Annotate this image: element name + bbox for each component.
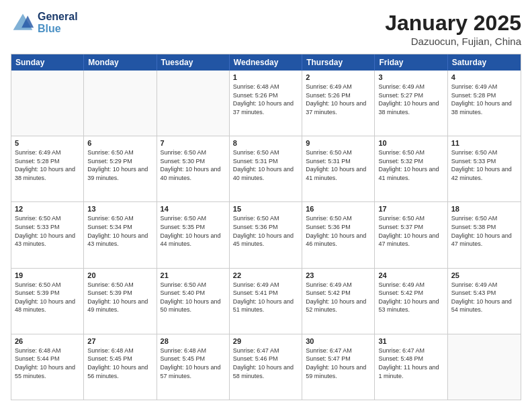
day-info: Sunrise: 6:50 AM Sunset: 5:37 PM Dayligh… — [378, 214, 443, 248]
day-info: Sunrise: 6:50 AM Sunset: 5:30 PM Dayligh… — [161, 148, 226, 182]
day-info: Sunrise: 6:48 AM Sunset: 5:26 PM Dayligh… — [233, 83, 298, 116]
day-number: 31 — [378, 337, 443, 345]
day-number: 28 — [161, 337, 226, 345]
cell-w2-d2: 6Sunrise: 6:50 AM Sunset: 5:29 PM Daylig… — [84, 136, 157, 201]
day-number: 29 — [233, 337, 298, 345]
day-info: Sunrise: 6:50 AM Sunset: 5:38 PM Dayligh… — [451, 214, 517, 248]
cell-w1-d2 — [84, 71, 157, 136]
day-info: Sunrise: 6:47 AM Sunset: 5:48 PM Dayligh… — [378, 347, 443, 380]
day-info: Sunrise: 6:50 AM Sunset: 5:33 PM Dayligh… — [451, 148, 517, 182]
day-number: 9 — [306, 139, 371, 147]
cell-w3-d6: 17Sunrise: 6:50 AM Sunset: 5:37 PM Dayli… — [375, 202, 447, 267]
day-info: Sunrise: 6:48 AM Sunset: 5:45 PM Dayligh… — [161, 347, 226, 380]
day-number: 17 — [378, 205, 443, 213]
cell-w5-d3: 28Sunrise: 6:48 AM Sunset: 5:45 PM Dayli… — [157, 334, 230, 400]
header-tuesday: Tuesday — [157, 54, 230, 71]
cell-w3-d7: 18Sunrise: 6:50 AM Sunset: 5:38 PM Dayli… — [448, 202, 521, 267]
cell-w3-d4: 15Sunrise: 6:50 AM Sunset: 5:36 PM Dayli… — [230, 202, 302, 267]
day-number: 21 — [161, 271, 226, 279]
day-number: 25 — [451, 271, 517, 279]
cell-w1-d7: 4Sunrise: 6:49 AM Sunset: 5:28 PM Daylig… — [448, 71, 521, 136]
day-number: 26 — [15, 337, 80, 345]
cell-w1-d6: 3Sunrise: 6:49 AM Sunset: 5:27 PM Daylig… — [375, 71, 447, 136]
day-info: Sunrise: 6:48 AM Sunset: 5:45 PM Dayligh… — [87, 347, 152, 380]
day-info: Sunrise: 6:50 AM Sunset: 5:29 PM Dayligh… — [87, 148, 152, 182]
day-info: Sunrise: 6:50 AM Sunset: 5:39 PM Dayligh… — [15, 281, 80, 314]
header: General Blue January 2025 Dazuocun, Fuji… — [11, 11, 521, 47]
day-info: Sunrise: 6:49 AM Sunset: 5:43 PM Dayligh… — [451, 281, 517, 314]
day-info: Sunrise: 6:50 AM Sunset: 5:39 PM Dayligh… — [87, 281, 152, 314]
cell-w4-d2: 20Sunrise: 6:50 AM Sunset: 5:39 PM Dayli… — [84, 269, 157, 334]
day-number: 8 — [233, 139, 298, 147]
cell-w5-d7 — [448, 334, 521, 400]
day-number: 27 — [87, 337, 152, 345]
day-info: Sunrise: 6:50 AM Sunset: 5:31 PM Dayligh… — [306, 148, 371, 182]
day-number: 22 — [233, 271, 298, 279]
day-info: Sunrise: 6:50 AM Sunset: 5:33 PM Dayligh… — [15, 214, 80, 248]
week-5: 26Sunrise: 6:48 AM Sunset: 5:44 PM Dayli… — [11, 334, 521, 400]
day-number: 18 — [451, 205, 517, 213]
title-block: January 2025 Dazuocun, Fujian, China — [385, 11, 521, 47]
cell-w2-d4: 8Sunrise: 6:50 AM Sunset: 5:31 PM Daylig… — [230, 136, 302, 201]
day-number: 30 — [306, 337, 371, 345]
day-number: 4 — [451, 73, 517, 81]
day-number: 12 — [15, 205, 80, 213]
week-1: 1Sunrise: 6:48 AM Sunset: 5:26 PM Daylig… — [11, 71, 521, 136]
day-number: 6 — [87, 139, 152, 147]
header-saturday: Saturday — [448, 54, 521, 71]
header-monday: Monday — [84, 54, 157, 71]
day-number: 2 — [306, 73, 371, 81]
cell-w1-d3 — [157, 71, 230, 136]
day-info: Sunrise: 6:49 AM Sunset: 5:28 PM Dayligh… — [15, 148, 80, 182]
day-number: 16 — [306, 205, 371, 213]
day-info: Sunrise: 6:50 AM Sunset: 5:35 PM Dayligh… — [161, 214, 226, 248]
day-number: 1 — [233, 73, 298, 81]
cell-w5-d5: 30Sunrise: 6:47 AM Sunset: 5:47 PM Dayli… — [302, 334, 375, 400]
day-info: Sunrise: 6:48 AM Sunset: 5:44 PM Dayligh… — [15, 347, 80, 380]
cell-w2-d1: 5Sunrise: 6:49 AM Sunset: 5:28 PM Daylig… — [11, 136, 84, 201]
cell-w3-d2: 13Sunrise: 6:50 AM Sunset: 5:34 PM Dayli… — [84, 202, 157, 267]
week-4: 19Sunrise: 6:50 AM Sunset: 5:39 PM Dayli… — [11, 269, 521, 334]
day-info: Sunrise: 6:49 AM Sunset: 5:28 PM Dayligh… — [451, 83, 517, 116]
header-friday: Friday — [375, 54, 447, 71]
cell-w4-d7: 25Sunrise: 6:49 AM Sunset: 5:43 PM Dayli… — [448, 269, 521, 334]
day-number: 14 — [161, 205, 226, 213]
cell-w1-d5: 2Sunrise: 6:49 AM Sunset: 5:26 PM Daylig… — [302, 71, 375, 136]
week-3: 12Sunrise: 6:50 AM Sunset: 5:33 PM Dayli… — [11, 202, 521, 268]
day-number: 5 — [15, 139, 80, 147]
day-info: Sunrise: 6:49 AM Sunset: 5:27 PM Dayligh… — [378, 83, 443, 116]
logo-blue-text: Blue — [38, 23, 78, 35]
day-number: 10 — [378, 139, 443, 147]
cell-w5-d1: 26Sunrise: 6:48 AM Sunset: 5:44 PM Dayli… — [11, 334, 84, 400]
main-title: January 2025 — [385, 11, 521, 36]
day-number: 23 — [306, 271, 371, 279]
logo-general-text: General — [38, 11, 78, 23]
day-info: Sunrise: 6:49 AM Sunset: 5:42 PM Dayligh… — [306, 281, 371, 314]
cell-w2-d3: 7Sunrise: 6:50 AM Sunset: 5:30 PM Daylig… — [157, 136, 230, 201]
header-wednesday: Wednesday — [230, 54, 302, 71]
day-number: 13 — [87, 205, 152, 213]
day-number: 20 — [87, 271, 152, 279]
header-sunday: Sunday — [11, 54, 84, 71]
day-number: 19 — [15, 271, 80, 279]
cell-w3-d5: 16Sunrise: 6:50 AM Sunset: 5:36 PM Dayli… — [302, 202, 375, 267]
cell-w1-d4: 1Sunrise: 6:48 AM Sunset: 5:26 PM Daylig… — [230, 71, 302, 136]
day-info: Sunrise: 6:50 AM Sunset: 5:36 PM Dayligh… — [306, 214, 371, 248]
day-info: Sunrise: 6:47 AM Sunset: 5:46 PM Dayligh… — [233, 347, 298, 380]
cell-w3-d3: 14Sunrise: 6:50 AM Sunset: 5:35 PM Dayli… — [157, 202, 230, 267]
cell-w4-d1: 19Sunrise: 6:50 AM Sunset: 5:39 PM Dayli… — [11, 269, 84, 334]
cell-w2-d7: 11Sunrise: 6:50 AM Sunset: 5:33 PM Dayli… — [448, 136, 521, 201]
header-thursday: Thursday — [302, 54, 375, 71]
cell-w4-d6: 24Sunrise: 6:49 AM Sunset: 5:42 PM Dayli… — [375, 269, 447, 334]
cell-w5-d6: 31Sunrise: 6:47 AM Sunset: 5:48 PM Dayli… — [375, 334, 447, 400]
subtitle: Dazuocun, Fujian, China — [385, 36, 521, 47]
day-info: Sunrise: 6:50 AM Sunset: 5:34 PM Dayligh… — [87, 214, 152, 248]
day-number: 7 — [161, 139, 226, 147]
cell-w2-d5: 9Sunrise: 6:50 AM Sunset: 5:31 PM Daylig… — [302, 136, 375, 201]
day-info: Sunrise: 6:49 AM Sunset: 5:42 PM Dayligh… — [378, 281, 443, 314]
day-info: Sunrise: 6:50 AM Sunset: 5:31 PM Dayligh… — [233, 148, 298, 182]
calendar: Sunday Monday Tuesday Wednesday Thursday… — [11, 54, 521, 400]
cell-w1-d1 — [11, 71, 84, 136]
day-info: Sunrise: 6:47 AM Sunset: 5:47 PM Dayligh… — [306, 347, 371, 380]
logo-name: General Blue — [38, 11, 78, 34]
